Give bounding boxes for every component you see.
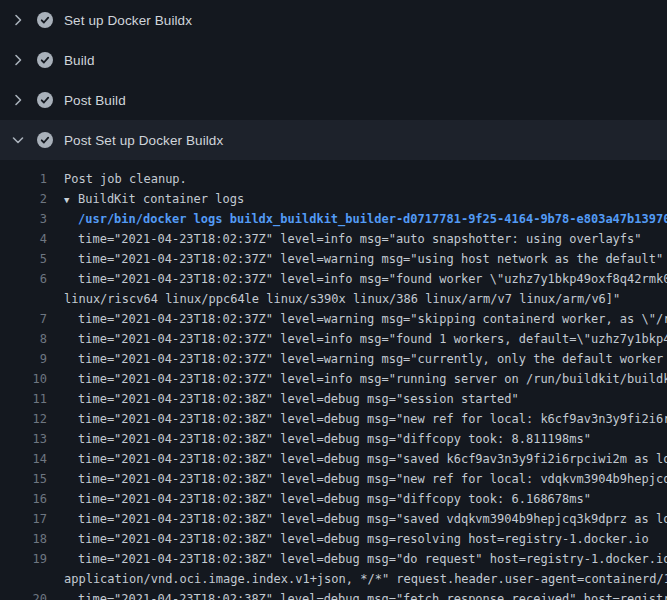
log-line-text: time="2021-04-23T18:02:37Z" level=warnin…: [78, 249, 663, 269]
chevron-right-icon: [10, 92, 26, 108]
log-line: 3/usr/bin/docker logs buildx_buildkit_bu…: [0, 209, 667, 229]
log-line-number: [0, 289, 47, 309]
log-line-number[interactable]: 3: [0, 209, 47, 229]
log-line-number[interactable]: 18: [0, 529, 47, 549]
log-line: 16time="2021-04-23T18:02:38Z" level=debu…: [0, 489, 667, 509]
step-label: Set up Docker Buildx: [64, 13, 192, 28]
check-circle-icon: [37, 92, 53, 108]
log-group-toggle[interactable]: ▼BuildKit container logs: [64, 189, 244, 209]
log-line-number[interactable]: 13: [0, 429, 47, 449]
log-line: application/vnd.oci.image.index.v1+json,…: [0, 569, 667, 589]
steps-list: Set up Docker Buildx Build Post Build: [0, 0, 667, 160]
log-line-number[interactable]: 2: [0, 189, 47, 209]
chevron-down-icon: [10, 132, 26, 148]
log-line-text: time="2021-04-23T18:02:38Z" level=debug …: [78, 509, 667, 529]
log-line: 1Post job cleanup.: [0, 169, 667, 189]
step-row-post-build[interactable]: Post Build: [0, 80, 667, 120]
log-line-number[interactable]: 17: [0, 509, 47, 529]
check-circle-icon: [37, 12, 53, 28]
log-line-text: time="2021-04-23T18:02:37Z" level=warnin…: [78, 349, 667, 369]
triangle-down-icon: ▼: [64, 190, 78, 209]
log-output: 1Post job cleanup.2▼BuildKit container l…: [0, 160, 667, 600]
step-row-post-set-up-docker-buildx[interactable]: Post Set up Docker Buildx: [0, 120, 667, 160]
log-line-text: time="2021-04-23T18:02:37Z" level=warnin…: [78, 309, 667, 329]
log-line-number[interactable]: 8: [0, 329, 47, 349]
log-line: 2▼BuildKit container logs: [0, 189, 667, 209]
log-line-text: time="2021-04-23T18:02:37Z" level=info m…: [78, 329, 667, 349]
chevron-right-icon: [10, 12, 26, 28]
chevron-right-icon: [10, 52, 26, 68]
log-line: 13time="2021-04-23T18:02:38Z" level=debu…: [0, 429, 667, 449]
log-line-number[interactable]: 6: [0, 269, 47, 289]
log-line: 7time="2021-04-23T18:02:37Z" level=warni…: [0, 309, 667, 329]
log-line-number[interactable]: 20: [0, 589, 47, 600]
log-line: 4time="2021-04-23T18:02:37Z" level=info …: [0, 229, 667, 249]
log-line: 15time="2021-04-23T18:02:38Z" level=debu…: [0, 469, 667, 489]
log-command-text: /usr/bin/docker logs buildx_buildkit_bui…: [78, 209, 667, 229]
log-line: 17time="2021-04-23T18:02:38Z" level=debu…: [0, 509, 667, 529]
log-line: 9time="2021-04-23T18:02:37Z" level=warni…: [0, 349, 667, 369]
check-circle-icon: [37, 52, 53, 68]
log-line-text: time="2021-04-23T18:02:38Z" level=debug …: [78, 549, 667, 569]
log-line-number[interactable]: 9: [0, 349, 47, 369]
log-line-text: time="2021-04-23T18:02:38Z" level=debug …: [78, 409, 667, 429]
log-line-text: time="2021-04-23T18:02:37Z" level=info m…: [78, 269, 667, 289]
log-line-number[interactable]: 15: [0, 469, 47, 489]
log-line-number[interactable]: 11: [0, 389, 47, 409]
log-line-text: Post job cleanup.: [64, 169, 187, 189]
log-line-number[interactable]: 14: [0, 449, 47, 469]
check-circle-icon: [37, 132, 53, 148]
log-line-text: time="2021-04-23T18:02:38Z" level=debug …: [78, 489, 591, 509]
log-line: 14time="2021-04-23T18:02:38Z" level=debu…: [0, 449, 667, 469]
log-line-number[interactable]: 1: [0, 169, 47, 189]
log-line-number[interactable]: 12: [0, 409, 47, 429]
actions-log-viewer: Set up Docker Buildx Build Post Build: [0, 0, 667, 600]
log-line: 10time="2021-04-23T18:02:37Z" level=info…: [0, 369, 667, 389]
log-line-number[interactable]: 10: [0, 369, 47, 389]
log-line-text: time="2021-04-23T18:02:38Z" level=debug …: [78, 529, 649, 549]
log-line: 18time="2021-04-23T18:02:38Z" level=debu…: [0, 529, 667, 549]
log-line-text: application/vnd.oci.image.index.v1+json,…: [64, 569, 667, 589]
log-line-text: linux/riscv64 linux/ppc64le linux/s390x …: [64, 289, 620, 309]
log-line-text: time="2021-04-23T18:02:37Z" level=info m…: [78, 369, 667, 389]
log-line-number[interactable]: 4: [0, 229, 47, 249]
log-line: linux/riscv64 linux/ppc64le linux/s390x …: [0, 289, 667, 309]
step-label: Post Build: [64, 93, 126, 108]
step-row-build[interactable]: Build: [0, 40, 667, 80]
log-line-text: time="2021-04-23T18:02:38Z" level=debug …: [78, 469, 667, 489]
log-line-number[interactable]: 16: [0, 489, 47, 509]
step-label: Build: [64, 53, 95, 68]
step-label: Post Set up Docker Buildx: [64, 133, 223, 148]
step-row-set-up-docker-buildx[interactable]: Set up Docker Buildx: [0, 0, 667, 40]
log-line: 19time="2021-04-23T18:02:38Z" level=debu…: [0, 549, 667, 569]
log-line: 12time="2021-04-23T18:02:38Z" level=debu…: [0, 409, 667, 429]
log-line-number[interactable]: 5: [0, 249, 47, 269]
log-line: 5time="2021-04-23T18:02:37Z" level=warni…: [0, 249, 667, 269]
log-group-label: BuildKit container logs: [78, 192, 244, 206]
log-line-text: time="2021-04-23T18:02:37Z" level=info m…: [78, 229, 642, 249]
log-line-number[interactable]: 7: [0, 309, 47, 329]
log-line-number[interactable]: 19: [0, 549, 47, 569]
log-line-text: time="2021-04-23T18:02:38Z" level=debug …: [78, 449, 667, 469]
log-line: 6time="2021-04-23T18:02:37Z" level=info …: [0, 269, 667, 289]
log-line-number: [0, 569, 47, 589]
log-line: 11time="2021-04-23T18:02:38Z" level=debu…: [0, 389, 667, 409]
log-line: 8time="2021-04-23T18:02:37Z" level=info …: [0, 329, 667, 349]
log-line-text: time="2021-04-23T18:02:38Z" level=debug …: [78, 429, 591, 449]
log-line-text: time="2021-04-23T18:02:38Z" level=debug …: [78, 389, 519, 409]
log-line-text: time="2021-04-23T18:02:38Z" level=debug …: [78, 589, 667, 600]
log-line: 20time="2021-04-23T18:02:38Z" level=debu…: [0, 589, 667, 600]
